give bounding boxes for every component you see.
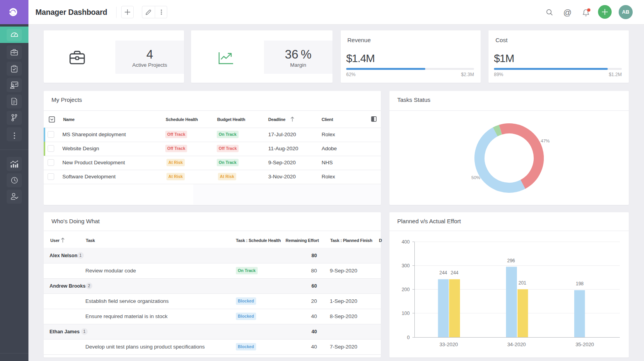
svg-text:201: 201 (518, 280, 526, 286)
svg-text:35-2020: 35-2020 (575, 341, 594, 347)
svg-text:244: 244 (439, 270, 447, 276)
svg-text:33-2020: 33-2020 (439, 341, 458, 347)
svg-text:200: 200 (402, 287, 410, 292)
svg-text:400: 400 (402, 239, 410, 245)
svg-text:300: 300 (402, 263, 410, 269)
svg-text:296: 296 (507, 258, 515, 263)
svg-text:100: 100 (402, 311, 410, 316)
svg-text:198: 198 (576, 281, 584, 286)
svg-text:0: 0 (407, 335, 410, 340)
svg-text:244: 244 (451, 270, 458, 276)
svg-text:34-2020: 34-2020 (507, 341, 526, 347)
